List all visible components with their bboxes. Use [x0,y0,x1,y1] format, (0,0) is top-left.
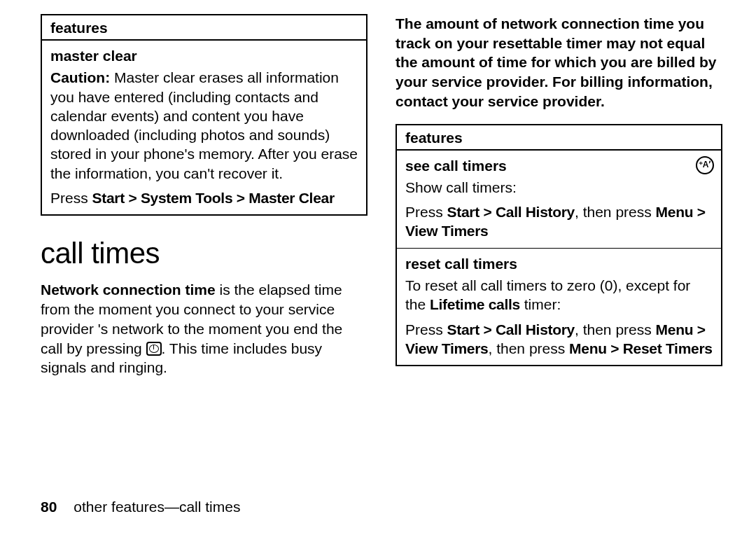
press-prefix: Press [50,190,92,206]
nav3: Menu > Reset Timers [569,340,713,356]
table-header: features [397,125,721,151]
footer-text: other features—call times [74,499,240,515]
network-connection-paragraph: Network connection time is the elapsed t… [41,280,368,377]
section-heading-call-times: call times [41,237,368,270]
antenna-icon: ⁺Aʼ [696,156,714,174]
end-key-icon [146,342,162,356]
nav1: Start > Call History [447,321,575,338]
caution-text: Caution: Master clear erases all informa… [50,68,358,183]
nav-path: Start > System Tools > Master Clear [92,190,335,206]
then: , then press [489,340,570,356]
two-column-layout: features master clear Caution: Master cl… [41,14,722,384]
table-header: features [42,15,366,41]
features-table-left: features master clear Caution: Master cl… [41,14,368,216]
master-clear-nav: Press Start > System Tools > Master Clea… [50,188,358,207]
caution-body: Master clear erases all information you … [50,69,358,181]
reset-timers-nav: Press Start > Call History, then press M… [405,320,713,359]
nav1: Start > Call History [447,204,575,220]
middle: , then press [575,321,656,338]
row-desc: Show call timers: [405,178,713,197]
press-prefix: Press [405,321,447,338]
features-table-right: features ⁺Aʼ see call timers Show call t… [396,124,722,367]
lifetime-label: Lifetime calls [430,296,520,312]
row-title: reset call timers [405,254,713,273]
press-prefix: Press [405,204,447,220]
row-title: see call timers [405,156,713,175]
middle: , then press [575,204,656,220]
see-call-timers-row: ⁺Aʼ see call timers Show call timers: Pr… [397,151,721,249]
net-bold: Network connection time [41,282,216,298]
caution-label: Caution: [50,69,110,85]
page-number: 80 [41,499,57,515]
see-timers-nav: Press Start > Call History, then press M… [405,202,713,241]
reset-call-timers-row: reset call timers To reset all call time… [397,249,721,365]
page-footer: 80other features—call times [41,499,240,515]
master-clear-row: master clear Caution: Master clear erase… [42,41,366,214]
reset-desc: To reset all call timers to zero (0), ex… [405,276,713,314]
antenna-letter: A [703,160,709,171]
left-column: features master clear Caution: Master cl… [41,14,368,384]
right-column: The amount of network connection time yo… [396,14,722,384]
row-title: master clear [50,46,358,65]
desc-b: timer: [520,296,561,312]
billing-notice: The amount of network connection time yo… [396,14,722,111]
